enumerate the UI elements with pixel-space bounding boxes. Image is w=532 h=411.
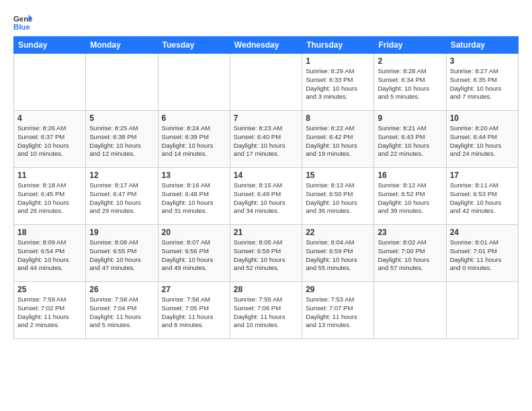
- calendar-cell: 20Sunrise: 8:07 AMSunset: 6:56 PMDayligh…: [158, 225, 230, 282]
- svg-text:Blue: Blue: [13, 23, 30, 31]
- calendar-week-1: 1Sunrise: 8:29 AMSunset: 6:33 PMDaylight…: [14, 54, 519, 111]
- calendar-cell: 5Sunrise: 8:25 AMSunset: 6:38 PMDaylight…: [86, 111, 158, 168]
- cell-content: Sunrise: 8:07 AMSunset: 6:56 PMDaylight:…: [162, 238, 226, 273]
- day-number: 19: [89, 228, 154, 237]
- cell-content: Sunrise: 8:04 AMSunset: 6:59 PMDaylight:…: [306, 238, 370, 273]
- day-number: 21: [234, 228, 298, 237]
- calendar-cell: 16Sunrise: 8:12 AMSunset: 6:52 PMDayligh…: [374, 168, 446, 225]
- cell-content: Sunrise: 8:11 AMSunset: 6:53 PMDaylight:…: [450, 181, 515, 216]
- cell-content: Sunrise: 8:21 AMSunset: 6:43 PMDaylight:…: [378, 124, 442, 158]
- calendar-cell: 18Sunrise: 8:09 AMSunset: 6:54 PMDayligh…: [14, 225, 86, 282]
- cell-content: Sunrise: 8:01 AMSunset: 7:01 PMDaylight:…: [450, 238, 515, 273]
- cell-content: Sunrise: 7:53 AMSunset: 7:07 PMDaylight:…: [306, 295, 370, 330]
- day-number: 3: [450, 56, 515, 66]
- day-number: 2: [378, 56, 442, 66]
- day-header-saturday: Saturday: [446, 37, 518, 54]
- calendar-cell: 14Sunrise: 8:15 AMSunset: 6:49 PMDayligh…: [230, 168, 302, 225]
- day-number: 9: [378, 113, 442, 123]
- cell-content: Sunrise: 8:20 AMSunset: 6:44 PMDaylight:…: [450, 124, 515, 158]
- cell-content: Sunrise: 7:58 AMSunset: 7:04 PMDaylight:…: [89, 295, 154, 330]
- day-number: 25: [17, 285, 82, 294]
- day-header-wednesday: Wednesday: [230, 37, 302, 54]
- calendar-cell: 10Sunrise: 8:20 AMSunset: 6:44 PMDayligh…: [446, 111, 518, 168]
- logo-icon: General Blue: [13, 13, 32, 32]
- cell-content: Sunrise: 8:26 AMSunset: 6:37 PMDaylight:…: [17, 124, 82, 158]
- calendar-cell: 13Sunrise: 8:16 AMSunset: 6:48 PMDayligh…: [158, 168, 230, 225]
- cell-content: Sunrise: 8:09 AMSunset: 6:54 PMDaylight:…: [17, 238, 82, 273]
- day-number: 7: [234, 113, 298, 123]
- day-number: 23: [378, 228, 442, 237]
- cell-content: Sunrise: 8:28 AMSunset: 6:34 PMDaylight:…: [378, 67, 442, 101]
- day-number: 20: [162, 228, 226, 237]
- day-number: 18: [17, 228, 82, 237]
- day-header-tuesday: Tuesday: [158, 37, 230, 54]
- calendar-cell: 7Sunrise: 8:23 AMSunset: 6:40 PMDaylight…: [230, 111, 302, 168]
- calendar-cell: 25Sunrise: 7:59 AMSunset: 7:02 PMDayligh…: [14, 282, 86, 339]
- cell-content: Sunrise: 8:15 AMSunset: 6:49 PMDaylight:…: [234, 181, 298, 216]
- day-header-thursday: Thursday: [302, 37, 374, 54]
- calendar-cell: 17Sunrise: 8:11 AMSunset: 6:53 PMDayligh…: [446, 168, 518, 225]
- calendar-cell: 4Sunrise: 8:26 AMSunset: 6:37 PMDaylight…: [14, 111, 86, 168]
- calendar-cell: 12Sunrise: 8:17 AMSunset: 6:47 PMDayligh…: [86, 168, 158, 225]
- day-number: 29: [306, 285, 370, 294]
- day-number: 17: [450, 171, 515, 180]
- day-number: 10: [450, 113, 515, 123]
- day-number: 26: [89, 285, 154, 294]
- cell-content: Sunrise: 8:16 AMSunset: 6:48 PMDaylight:…: [162, 181, 226, 216]
- calendar-week-3: 11Sunrise: 8:18 AMSunset: 6:45 PMDayligh…: [14, 168, 519, 225]
- calendar-week-5: 25Sunrise: 7:59 AMSunset: 7:02 PMDayligh…: [14, 282, 519, 339]
- cell-content: Sunrise: 8:13 AMSunset: 6:50 PMDaylight:…: [306, 181, 370, 216]
- calendar-cell: 8Sunrise: 8:22 AMSunset: 6:42 PMDaylight…: [302, 111, 374, 168]
- header: General Blue: [13, 11, 519, 32]
- day-number: 15: [306, 171, 370, 180]
- day-number: 24: [450, 228, 515, 237]
- cell-content: Sunrise: 8:12 AMSunset: 6:52 PMDaylight:…: [378, 181, 442, 216]
- cell-content: Sunrise: 7:56 AMSunset: 7:05 PMDaylight:…: [162, 295, 226, 330]
- day-number: 28: [234, 285, 298, 294]
- calendar-cell: [446, 282, 518, 339]
- cell-content: Sunrise: 8:08 AMSunset: 6:55 PMDaylight:…: [89, 238, 154, 273]
- calendar-cell: 3Sunrise: 8:27 AMSunset: 6:35 PMDaylight…: [446, 54, 518, 111]
- cell-content: Sunrise: 8:29 AMSunset: 6:33 PMDaylight:…: [306, 67, 370, 101]
- day-header-sunday: Sunday: [14, 37, 86, 54]
- cell-content: Sunrise: 7:59 AMSunset: 7:02 PMDaylight:…: [17, 295, 82, 330]
- cell-content: Sunrise: 8:05 AMSunset: 6:58 PMDaylight:…: [234, 238, 298, 273]
- logo: General Blue: [13, 13, 35, 32]
- day-header-monday: Monday: [86, 37, 158, 54]
- calendar-cell: [14, 54, 86, 111]
- calendar-cell: 23Sunrise: 8:02 AMSunset: 7:00 PMDayligh…: [374, 225, 446, 282]
- calendar-cell: 2Sunrise: 8:28 AMSunset: 6:34 PMDaylight…: [374, 54, 446, 111]
- calendar-cell: 22Sunrise: 8:04 AMSunset: 6:59 PMDayligh…: [302, 225, 374, 282]
- day-number: 6: [162, 113, 226, 123]
- day-number: 14: [234, 171, 298, 180]
- calendar-cell: 19Sunrise: 8:08 AMSunset: 6:55 PMDayligh…: [86, 225, 158, 282]
- calendar-cell: 1Sunrise: 8:29 AMSunset: 6:33 PMDaylight…: [302, 54, 374, 111]
- calendar-cell: 6Sunrise: 8:24 AMSunset: 6:39 PMDaylight…: [158, 111, 230, 168]
- cell-content: Sunrise: 8:17 AMSunset: 6:47 PMDaylight:…: [89, 181, 154, 216]
- calendar-cell: 28Sunrise: 7:55 AMSunset: 7:06 PMDayligh…: [230, 282, 302, 339]
- cell-content: Sunrise: 8:27 AMSunset: 6:35 PMDaylight:…: [450, 67, 515, 101]
- day-number: 13: [162, 171, 226, 180]
- calendar-cell: 21Sunrise: 8:05 AMSunset: 6:58 PMDayligh…: [230, 225, 302, 282]
- calendar-cell: 24Sunrise: 8:01 AMSunset: 7:01 PMDayligh…: [446, 225, 518, 282]
- day-header-friday: Friday: [374, 37, 446, 54]
- day-number: 1: [306, 56, 370, 66]
- day-number: 8: [306, 113, 370, 123]
- calendar-cell: 15Sunrise: 8:13 AMSunset: 6:50 PMDayligh…: [302, 168, 374, 225]
- calendar-cell: [158, 54, 230, 111]
- day-number: 27: [162, 285, 226, 294]
- day-number: 5: [89, 113, 154, 123]
- calendar-cell: [230, 54, 302, 111]
- cell-content: Sunrise: 8:02 AMSunset: 7:00 PMDaylight:…: [378, 238, 442, 273]
- day-number: 12: [89, 171, 154, 180]
- calendar-week-2: 4Sunrise: 8:26 AMSunset: 6:37 PMDaylight…: [14, 111, 519, 168]
- days-header-row: SundayMondayTuesdayWednesdayThursdayFrid…: [14, 37, 519, 54]
- cell-content: Sunrise: 8:22 AMSunset: 6:42 PMDaylight:…: [306, 124, 370, 158]
- calendar-cell: [86, 54, 158, 111]
- cell-content: Sunrise: 8:25 AMSunset: 6:38 PMDaylight:…: [89, 124, 154, 158]
- calendar-table: SundayMondayTuesdayWednesdayThursdayFrid…: [13, 36, 519, 339]
- calendar-week-4: 18Sunrise: 8:09 AMSunset: 6:54 PMDayligh…: [14, 225, 519, 282]
- day-number: 11: [17, 171, 82, 180]
- calendar-cell: 27Sunrise: 7:56 AMSunset: 7:05 PMDayligh…: [158, 282, 230, 339]
- calendar-cell: 11Sunrise: 8:18 AMSunset: 6:45 PMDayligh…: [14, 168, 86, 225]
